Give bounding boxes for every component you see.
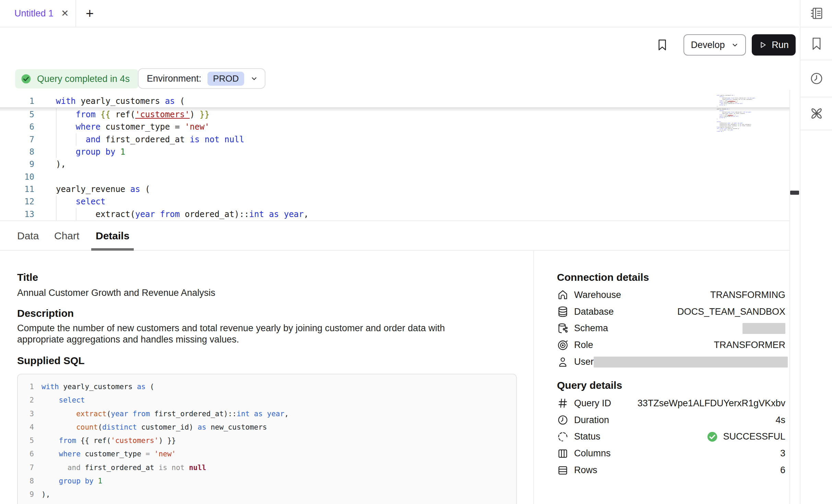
supplied-sql-heading: Supplied SQL [17,355,85,367]
clock-icon [557,414,569,426]
sticky-line-shadow [0,107,789,112]
line-number: 13 [0,208,34,220]
columns-icon [557,448,569,459]
row-value: SUCCESSFUL [723,431,785,442]
line-number: 6 [0,121,34,133]
environment-value-badge: PROD [207,72,244,86]
status-row: StatusSUCCESSFUL [557,429,785,445]
row-label: Warehouse [574,290,621,300]
warehouse-icon [557,289,569,301]
query-status-text: Query completed in 4s [37,74,130,84]
sidebar-item-copilot[interactable] [800,97,832,130]
environment-label: Environment: [147,73,201,84]
close-icon[interactable]: ✕ [61,9,69,18]
sql-line: 3 extract(year from first_ordered_at)::i… [18,407,516,421]
connection-details-heading: Connection details [557,272,649,283]
row-label: Duration [574,415,609,425]
scrollbar-thumb[interactable] [790,191,799,195]
schema-icon [557,323,569,334]
row-label: Status [574,431,601,442]
code-line: 7 and first_ordered_at is not null [0,133,789,146]
query-details-rows: Query ID33TZseWpe1ALFDUYerxR1gVKxbvDurat… [557,395,785,479]
row-label: Columns [574,448,611,459]
rows-row: Rows6 [557,462,785,479]
row-value: 4s [775,415,785,425]
indent-guide [76,208,76,220]
user-icon [557,356,569,368]
row-label: Query ID [574,398,611,409]
warehouse-row: WarehouseTRANSFORMING [557,287,785,303]
role-icon [557,339,569,351]
query-status-chip: Query completed in 4s [15,69,139,88]
tab-details[interactable]: Details [96,221,129,251]
redacted-value [594,357,788,368]
tab-untitled-1[interactable]: Untitled 1 ✕ [0,0,76,27]
sql-line: 10 [18,502,516,504]
redacted-value [742,323,785,334]
sql-line: 7 and first_ordered_at is not null [18,461,516,475]
code-line: 9), [0,158,789,170]
panel-divider [533,251,534,504]
tab-data[interactable]: Data [17,221,39,251]
row-value: 3 [780,448,785,459]
line-number: 11 [0,183,34,195]
history-icon [809,71,824,86]
run-button[interactable]: Run [752,34,796,56]
tab-chart[interactable]: Chart [54,221,79,251]
hash-icon [557,397,569,409]
code-line: 1with yearly_customers as ( [0,95,789,107]
code-line: 10 [0,171,789,183]
columns-row: Columns3 [557,445,785,462]
editor-minimap[interactable]: with yearly_customers as ( select extrac… [717,95,761,133]
query-details-heading: Query details [557,380,622,391]
sidebar-item-notebook[interactable] [800,0,832,27]
connection-details-rows: WarehouseTRANSFORMINGDatabaseDOCS_TEAM_S… [557,287,785,370]
bookmark-icon [809,36,824,51]
environment-selector[interactable]: Environment: PROD [138,68,265,89]
chevron-down-icon [250,75,258,82]
tab-label: Untitled 1 [14,8,54,19]
row-value: TRANSFORMING [710,290,785,300]
sql-line: 9), [18,488,516,501]
bookmark-icon [657,39,667,51]
sql-line: 6 where customer_type = 'new' [18,447,516,461]
role-row: RoleTRANSFORMER [557,337,785,353]
code-line: 13 extract(year from ordered_at)::int as… [0,208,789,220]
spinner-icon [557,431,569,443]
sql-line: 2 select [18,394,516,407]
line-number: 12 [0,195,34,208]
line-number: 9 [0,158,34,170]
row-value: 33TZseWpe1ALFDUYerxR1gVKxbv [638,398,785,409]
code-line: 12 select [0,195,789,208]
check-circle-icon [706,431,718,443]
sql-line: 5 from {{ ref('customers') }} [18,434,516,447]
tab-bar: Untitled 1 ✕ + [0,0,799,27]
sql-editor[interactable]: 1with yearly_customers as (5 from {{ ref… [0,90,789,221]
sidebar-item-bookmarks[interactable] [800,27,832,60]
bookmark-button[interactable] [654,36,670,53]
line-number: 8 [0,146,34,158]
sql-line: 8 group by 1 [18,475,516,488]
code-line: 8 group by 1 [0,146,789,158]
row-value: TRANSFORMER [714,340,786,350]
check-circle-icon [21,73,32,84]
chevron-down-icon [731,41,739,49]
new-tab-button[interactable]: + [81,0,98,27]
play-icon [759,41,767,49]
supplied-sql-block: 1with yearly_customers as (2 select3 ext… [17,374,517,504]
row-label: Schema [574,323,608,334]
row-label: Database [574,307,614,317]
rows-icon [557,465,569,476]
row-label: Rows [574,465,597,476]
sql-line: 4 count(distinct customer_id) as new_cus… [18,421,516,434]
sql-line: 1with yearly_customers as ( [18,380,516,394]
line-number: 1 [0,95,34,107]
indent-guide [56,108,57,158]
duration-row: Duration4s [557,412,785,429]
sidebar-item-history[interactable] [800,60,832,97]
line-number: 10 [0,171,34,183]
database-row: DatabaseDOCS_TEAM_SANDBOX [557,303,785,320]
dbt-copilot-icon [809,106,824,121]
develop-dropdown[interactable]: Develop [684,34,746,56]
row-label: User [574,357,594,367]
